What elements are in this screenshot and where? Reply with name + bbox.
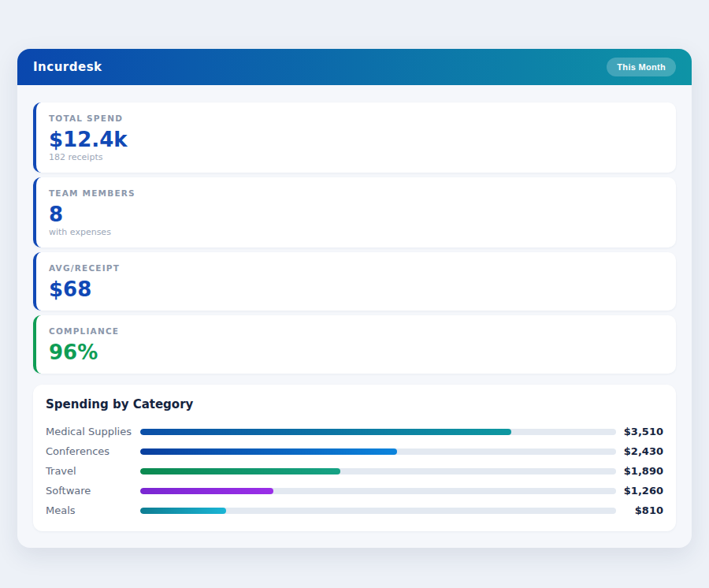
- card-body: TOTAL SPEND $12.4k 182 receipts TEAM MEM…: [17, 85, 692, 548]
- stat-value: $68: [49, 277, 663, 301]
- stat-card: TEAM MEMBERS 8 with expenses: [33, 177, 676, 247]
- stat-label: TOTAL SPEND: [49, 114, 663, 124]
- dashboard-card: Incurdesk This Month TOTAL SPEND $12.4k …: [17, 49, 692, 548]
- stat-sub: 182 receipts: [49, 152, 663, 163]
- category-value: $3,510: [616, 426, 663, 437]
- category-label: Conferences: [46, 445, 140, 457]
- bar-track: [140, 488, 616, 494]
- stat-card: AVG/RECEIPT $68: [33, 252, 676, 311]
- category-row: Medical Supplies $3,510: [46, 422, 663, 441]
- category-row: Software $1,260: [46, 481, 663, 501]
- bar-fill: [140, 429, 511, 435]
- category-value: $2,430: [616, 445, 663, 457]
- bar-track: [140, 448, 616, 455]
- panel-title: Spending by Category: [46, 397, 663, 411]
- page: { "header": { "title": "Incurdesk", "bad…: [0, 0, 709, 588]
- category-label: Medical Supplies: [46, 426, 140, 437]
- category-rows: Medical Supplies $3,510 Conferences $2,4…: [46, 422, 663, 520]
- stat-sub: with expenses: [49, 227, 663, 238]
- app-title: Incurdesk: [33, 60, 102, 74]
- period-badge[interactable]: This Month: [607, 58, 676, 76]
- category-value: $1,260: [616, 485, 663, 497]
- bar-fill: [140, 468, 340, 474]
- bar-fill: [140, 448, 397, 455]
- stats-list: TOTAL SPEND $12.4k 182 receipts TEAM MEM…: [33, 102, 676, 374]
- category-label: Travel: [46, 465, 140, 477]
- stat-card: TOTAL SPEND $12.4k 182 receipts: [33, 102, 676, 173]
- stat-value: $12.4k: [49, 128, 663, 151]
- bar-track: [140, 508, 616, 514]
- category-label: Meals: [46, 504, 140, 516]
- spending-panel: Spending by Category Medical Supplies $3…: [33, 385, 676, 531]
- category-row: Travel $1,890: [46, 461, 663, 481]
- category-value: $810: [616, 504, 663, 516]
- stat-label: AVG/RECEIPT: [49, 263, 663, 274]
- bar-track: [140, 429, 616, 435]
- category-label: Software: [46, 485, 140, 497]
- category-row: Meals $810: [46, 501, 663, 520]
- stat-value: 96%: [49, 341, 663, 364]
- category-row: Conferences $2,430: [46, 441, 663, 461]
- stat-card: COMPLIANCE 96%: [33, 315, 676, 374]
- stat-value: 8: [49, 203, 663, 226]
- bar-fill: [140, 488, 273, 494]
- category-value: $1,890: [616, 465, 663, 477]
- bar-track: [140, 468, 616, 474]
- app-header: Incurdesk This Month: [17, 49, 692, 85]
- stat-label: COMPLIANCE: [49, 326, 663, 337]
- bar-fill: [140, 508, 226, 514]
- stat-label: TEAM MEMBERS: [49, 188, 663, 199]
